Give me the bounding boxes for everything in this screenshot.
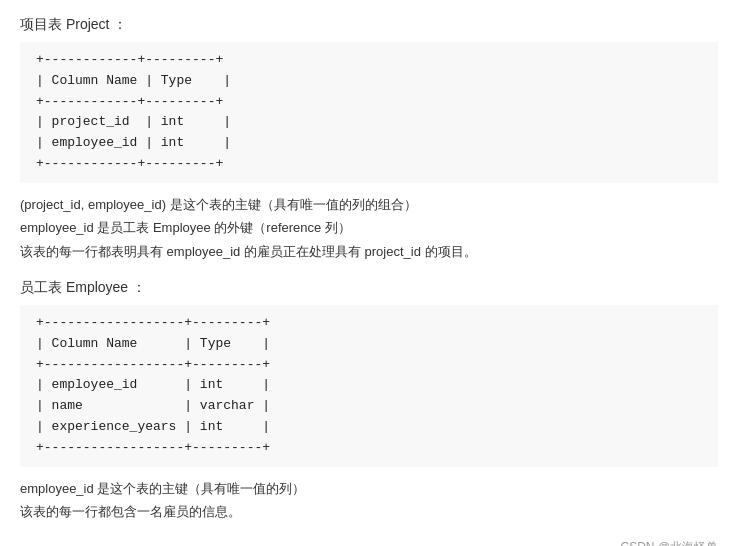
project-desc-line3: 该表的每一行都表明具有 employee_id 的雇员正在处理具有 projec… xyxy=(20,240,718,263)
project-table: +------------+---------+ | Column Name |… xyxy=(20,42,718,183)
project-section: 项目表 Project ： +------------+---------+ |… xyxy=(20,16,718,263)
employee-title: 员工表 Employee ： xyxy=(20,279,718,297)
employee-desc-line2: 该表的每一行都包含一名雇员的信息。 xyxy=(20,500,718,523)
employee-desc-line1: employee_id 是这个表的主键（具有唯一值的列） xyxy=(20,477,718,500)
employee-table: +------------------+---------+ | Column … xyxy=(20,305,718,467)
employee-description: employee_id 是这个表的主键（具有唯一值的列） 该表的每一行都包含一名… xyxy=(20,477,718,524)
project-title: 项目表 Project ： xyxy=(20,16,718,34)
watermark: CSDN @北海怪兽 xyxy=(20,539,718,546)
project-desc-line1: (project_id, employee_id) 是这个表的主键（具有唯一值的… xyxy=(20,193,718,216)
employee-section: 员工表 Employee ： +------------------+-----… xyxy=(20,279,718,523)
project-description: (project_id, employee_id) 是这个表的主键（具有唯一值的… xyxy=(20,193,718,263)
project-desc-line2: employee_id 是员工表 Employee 的外键（reference … xyxy=(20,216,718,239)
